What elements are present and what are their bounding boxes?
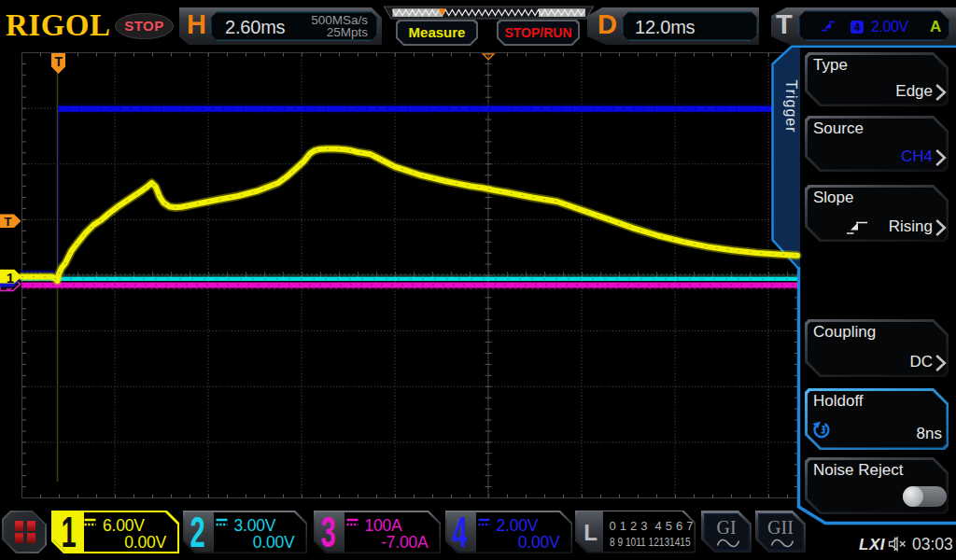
svg-text:Trigger: Trigger (783, 79, 799, 133)
svg-text:T: T (54, 54, 63, 69)
svg-text:1: 1 (7, 270, 14, 286)
svg-text:T: T (5, 215, 12, 229)
